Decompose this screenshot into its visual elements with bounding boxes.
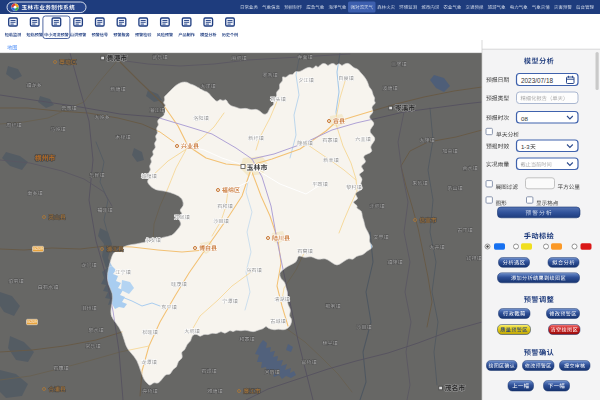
svg-text:1-3: 1-3 (521, 144, 530, 150)
svg-text:2023/07/18: 2023/07/18 (521, 77, 553, 84)
svg-text:G209: G209 (33, 246, 44, 251)
svg-text:08: 08 (521, 115, 528, 122)
svg-text:G209: G209 (27, 319, 38, 324)
